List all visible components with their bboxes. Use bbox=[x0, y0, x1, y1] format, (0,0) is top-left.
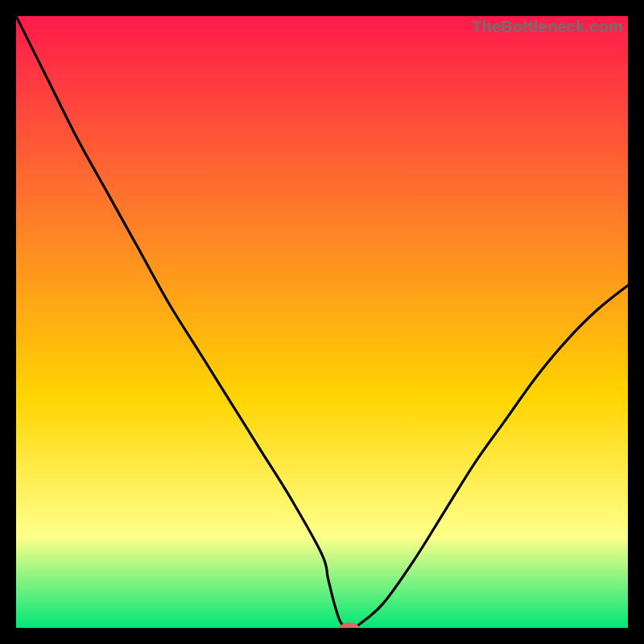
attribution-text: TheBottleneck.com bbox=[472, 18, 623, 36]
chart-frame: TheBottleneck.com bbox=[16, 16, 628, 628]
gradient-background bbox=[16, 16, 628, 628]
bottleneck-plot bbox=[16, 16, 628, 628]
